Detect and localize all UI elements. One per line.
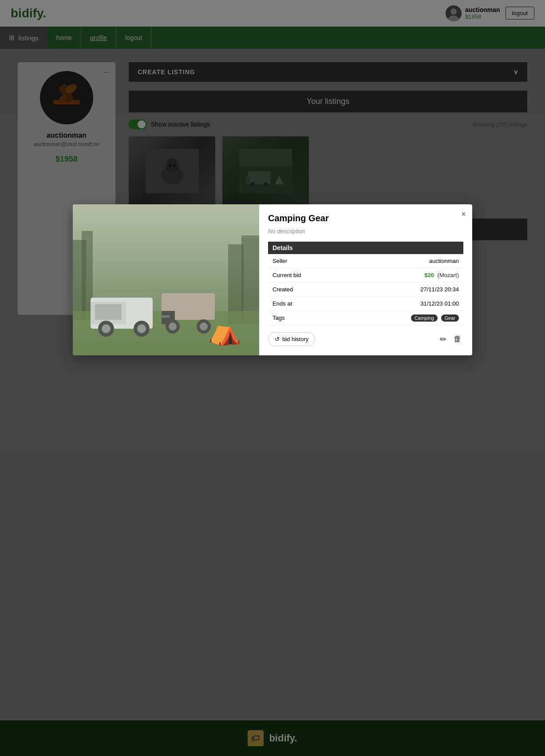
modal-actions: ↺ bid history ✏ 🗑 xyxy=(268,332,463,346)
bid-history-label: bid history xyxy=(282,336,308,342)
current-bid-bidder: (Mozart) xyxy=(438,272,459,279)
current-bid-row: Current bid $20 (Mozart) xyxy=(268,268,463,283)
ends-at-row: Ends at 31/12/23 01:00 xyxy=(268,297,463,311)
edit-button[interactable]: ✏ xyxy=(438,333,448,346)
history-icon: ↺ xyxy=(275,336,280,342)
edit-icon: ✏ xyxy=(440,335,446,344)
modal-overlay[interactable]: × Camping Gear id: 2814e No description … xyxy=(0,0,545,756)
created-row: Created 27/11/23 20:34 xyxy=(268,283,463,297)
details-header: Details xyxy=(268,242,463,254)
tag-camping: Camping xyxy=(411,314,438,322)
modal-description: No description xyxy=(268,228,463,235)
modal-content-area: × Camping Gear id: 2814e No description … xyxy=(259,204,472,355)
delete-icon: 🗑 xyxy=(454,334,462,343)
seller-value: auctionman xyxy=(344,254,463,268)
bid-history-button[interactable]: ↺ bid history xyxy=(268,332,315,346)
tags-label: Tags xyxy=(268,311,344,325)
seller-label: Seller xyxy=(268,254,344,268)
modal-image xyxy=(73,204,259,355)
seller-row: Seller auctionman xyxy=(268,254,463,268)
created-value: 27/11/23 20:34 xyxy=(344,283,463,297)
action-icons: ✏ 🗑 xyxy=(438,333,463,346)
created-label: Created xyxy=(268,283,344,297)
listing-modal: × Camping Gear id: 2814e No description … xyxy=(73,204,472,355)
ends-at-label: Ends at xyxy=(268,297,344,311)
ends-at-value: 31/12/23 01:00 xyxy=(344,297,463,311)
svg-rect-44 xyxy=(73,204,259,355)
tags-row: Tags Camping Gear xyxy=(268,311,463,325)
current-bid-label: Current bid xyxy=(268,268,344,283)
tag-gear: Gear xyxy=(441,314,459,322)
modal-title: Camping Gear xyxy=(268,213,329,223)
tags-values: Camping Gear xyxy=(344,311,463,325)
delete-button[interactable]: 🗑 xyxy=(452,333,463,346)
details-table: Details Seller auctionman Current bid $2… xyxy=(268,242,463,325)
modal-header: Camping Gear id: 2814e xyxy=(268,213,463,225)
modal-image-inner xyxy=(73,204,259,355)
current-bid-value: $20 (Mozart) xyxy=(344,268,463,283)
modal-close-button[interactable]: × xyxy=(461,210,466,219)
